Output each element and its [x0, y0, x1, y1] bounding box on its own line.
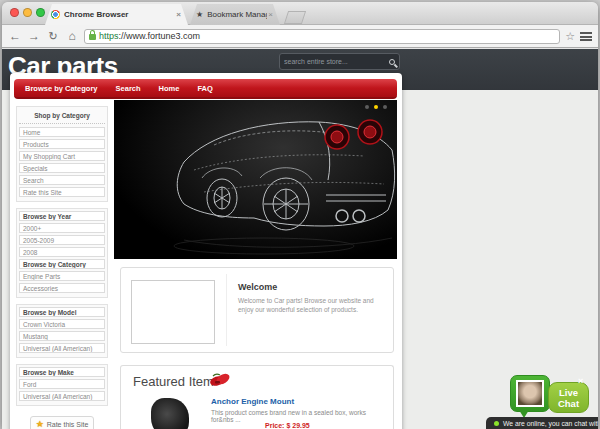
online-status-icon — [494, 421, 499, 426]
content-card: Browse by Category Search Home FAQ Shop … — [10, 73, 402, 429]
hot-item-icon — [209, 372, 231, 388]
welcome-title: Welcome — [238, 282, 277, 292]
browser-toolbar: ← → ↻ ⌂ https://www.fortune3.com ☆ — [2, 25, 598, 48]
bookmark-star-icon: ★ — [196, 10, 203, 19]
sidebar-item-engine-parts[interactable]: Engine Parts — [19, 271, 105, 281]
nav-search[interactable]: Search — [116, 84, 141, 93]
sidebar-item-2005-2009[interactable]: 2005-2009 — [19, 235, 105, 245]
zoom-window-button[interactable] — [36, 8, 45, 17]
secure-lock-icon[interactable] — [89, 34, 96, 40]
live-chat-label-line1: Live — [549, 387, 588, 398]
address-bar[interactable]: https://www.fortune3.com — [84, 29, 560, 44]
sidebar-item-universal-make[interactable]: Universal (All American) — [19, 391, 105, 401]
product-price: Price: $ 29.95 — [265, 422, 310, 429]
chat-status-text: We are online, you can chat with us. — [503, 420, 598, 427]
chat-agent-photo — [516, 380, 544, 407]
sidebar: Shop by Category Home Products My Shoppi… — [16, 106, 108, 429]
chrome-logo-icon — [51, 10, 60, 19]
sidebar-item-products[interactable]: Products — [19, 139, 105, 149]
sidebar-item-2008[interactable]: 2008 — [19, 247, 105, 257]
sidebar-group-browse-year-category: Browse by Year 2000+ 2005-2009 2008 Brow… — [16, 208, 108, 298]
search-icon[interactable] — [389, 59, 395, 65]
title-bar: Chrome Browser × ★ Bookmark Manager × — [2, 2, 598, 25]
bookmark-star-outline-icon[interactable]: ☆ — [565, 30, 575, 43]
sidebar-group-title: Shop by Category — [19, 109, 105, 124]
forward-icon[interactable]: → — [27, 30, 41, 42]
chat-status-bar[interactable]: We are online, you can chat with us. — [486, 417, 598, 429]
new-tab-button[interactable] — [284, 11, 306, 24]
nav-faq[interactable]: FAQ — [197, 84, 212, 93]
carousel-dot-active[interactable] — [374, 105, 378, 109]
tab-close-icon[interactable]: × — [267, 10, 274, 19]
live-chat-button[interactable]: Live Chat — [548, 382, 589, 413]
sidebar-group-browse-make: Browse by Make Ford Universal (All Ameri… — [16, 364, 108, 406]
live-chat-label-line2: Chat — [549, 398, 588, 409]
sidebar-item-2000plus[interactable]: 2000+ — [19, 223, 105, 233]
browser-window: Chrome Browser × ★ Bookmark Manager × ← … — [2, 2, 598, 429]
tab-label: Chrome Browser — [64, 10, 175, 19]
product-name-link[interactable]: Anchor Engine Mount — [211, 397, 294, 406]
url-text: https://www.fortune3.com — [99, 31, 200, 41]
carousel-dot[interactable] — [365, 105, 369, 109]
sidebar-item-accessories[interactable]: Accessories — [19, 283, 105, 293]
product-thumbnail[interactable] — [151, 398, 189, 429]
store-search-input[interactable] — [284, 58, 389, 65]
hamburger-menu-icon[interactable] — [580, 32, 592, 41]
sidebar-item-specials[interactable]: Specials — [19, 163, 105, 173]
nav-browse-by-category[interactable]: Browse by Category — [25, 84, 98, 93]
product-description: This product comes brand new in a sealed… — [211, 409, 389, 423]
welcome-panel: Welcome Welcome to Car parts! Browse our… — [120, 267, 394, 353]
divider — [226, 274, 227, 346]
rate-this-site-button[interactable]: ★ Rate this Site — [30, 416, 94, 429]
window-controls — [10, 8, 45, 17]
tab-label: Bookmark Manager — [207, 10, 267, 19]
main-content: Welcome Welcome to Car parts! Browse our… — [114, 100, 398, 429]
tab-bookmark-manager[interactable]: ★ Bookmark Manager × — [190, 4, 280, 25]
sidebar-group-shop: Shop by Category Home Products My Shoppi… — [16, 106, 108, 202]
minimize-window-button[interactable] — [23, 8, 32, 17]
sidebar-item-ford[interactable]: Ford — [19, 379, 105, 389]
hero-carousel-banner — [114, 100, 397, 259]
nav-home[interactable]: Home — [159, 84, 180, 93]
sidebar-group-browse-model: Browse by Model Crown Victoria Mustang U… — [16, 304, 108, 358]
rate-button-label: Rate this Site — [47, 421, 89, 428]
close-window-button[interactable] — [10, 8, 19, 17]
sidebar-header-browse-by-year: Browse by Year — [19, 211, 105, 221]
tab-chrome-browser[interactable]: Chrome Browser × — [45, 4, 188, 25]
sidebar-item-cart[interactable]: My Shopping Cart — [19, 151, 105, 161]
sidebar-item-universal-model[interactable]: Universal (All American) — [19, 343, 105, 353]
store-search-box[interactable] — [279, 53, 400, 70]
page-viewport: Car parts Browse by Category Search Home… — [2, 49, 598, 429]
tab-close-icon[interactable]: × — [175, 10, 182, 19]
back-icon[interactable]: ← — [8, 30, 22, 42]
rating-star-icon: ★ — [36, 420, 44, 429]
sidebar-item-mustang[interactable]: Mustang — [19, 331, 105, 341]
main-nav: Browse by Category Search Home FAQ — [14, 79, 397, 99]
sidebar-header-browse-by-category: Browse by Category — [19, 259, 105, 269]
welcome-text: Welcome to Car parts! Browse our website… — [238, 296, 388, 314]
sidebar-item-rate[interactable]: Rate this Site — [19, 187, 105, 197]
sidebar-header-browse-by-make: Browse by Make — [19, 367, 105, 377]
tab-strip: Chrome Browser × ★ Bookmark Manager × — [45, 4, 304, 25]
sidebar-item-search[interactable]: Search — [19, 175, 105, 185]
featured-item-panel: Featured Item Anchor Engine Mount This p… — [120, 365, 394, 429]
reload-icon[interactable]: ↻ — [46, 30, 60, 42]
welcome-image-placeholder — [131, 280, 215, 344]
chat-close-icon[interactable]: × — [578, 376, 583, 386]
sidebar-header-browse-by-model: Browse by Model — [19, 307, 105, 317]
home-icon[interactable]: ⌂ — [65, 30, 79, 42]
sidebar-item-crown-victoria[interactable]: Crown Victoria — [19, 319, 105, 329]
carousel-dots — [365, 105, 387, 109]
chat-agent-bubble[interactable] — [510, 375, 550, 412]
carousel-dot[interactable] — [383, 105, 387, 109]
featured-title: Featured Item — [133, 374, 214, 389]
sidebar-item-home[interactable]: Home — [19, 127, 105, 137]
wireframe-car-image — [114, 100, 397, 259]
